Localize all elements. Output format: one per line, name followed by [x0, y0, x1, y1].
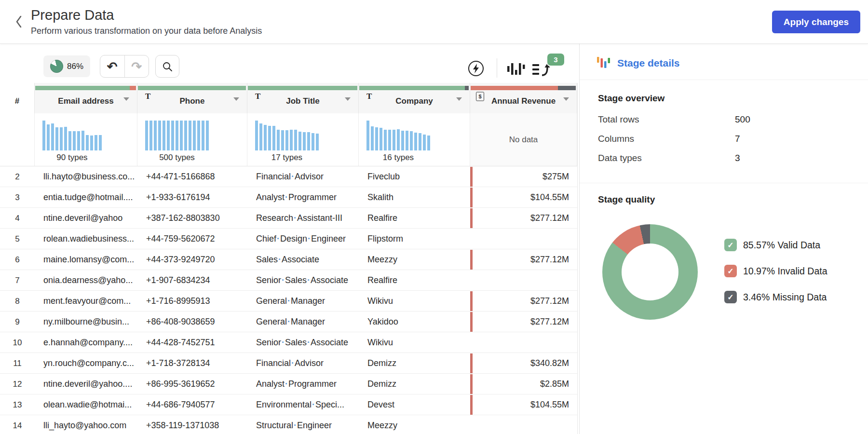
histogram-cell-company[interactable]: 16 types — [359, 113, 470, 166]
cell-company[interactable]: Meezzy — [359, 255, 470, 265]
cell-phone[interactable]: +44-428-7452751 — [137, 338, 247, 348]
cell-phone[interactable]: +44-373-9249720 — [137, 255, 247, 265]
cell-phone[interactable]: +1-933-6176194 — [137, 192, 247, 203]
table-row[interactable]: 12ntine.deveril@yahoo....+86-995-3619652… — [0, 374, 577, 394]
cell-job-title[interactable]: Research·Assistant-III — [247, 213, 359, 223]
cell-email[interactable]: ment.feavyour@com... — [35, 296, 137, 306]
table-row[interactable]: 7onia.dearness@yaho...+1-907-6834234Seni… — [0, 270, 577, 291]
cell-job-title[interactable]: Analyst·Programmer — [247, 379, 359, 389]
cell-email[interactable]: ny.milbourne@busin... — [35, 317, 137, 327]
cell-email[interactable]: onia.dearness@yaho... — [35, 275, 137, 285]
cell-job-title[interactable]: Structural·Engineer — [247, 420, 359, 431]
cell-phone[interactable]: +44-471-5166868 — [137, 172, 247, 182]
cell-phone[interactable]: +44-686-7940577 — [137, 400, 247, 410]
checkbox-checked-icon[interactable]: ✓ — [724, 239, 737, 251]
cell-company[interactable]: Yakidoo — [359, 317, 470, 327]
cell-job-title[interactable]: General·Manager — [247, 317, 359, 327]
cell-company[interactable]: Wikivu — [359, 338, 470, 348]
data-quality-badge[interactable]: 86% — [43, 55, 90, 77]
cell-company[interactable]: Demizz — [359, 379, 470, 389]
cell-annual-revenue[interactable]: $340.82M — [470, 353, 577, 374]
cell-company[interactable]: Wikivu — [359, 296, 470, 306]
cell-phone[interactable]: +44-759-5620672 — [137, 234, 247, 244]
back-button[interactable] — [12, 14, 26, 30]
cell-company[interactable]: Demizz — [359, 358, 470, 368]
redo-button[interactable]: ↷ — [125, 55, 149, 77]
table-row[interactable]: 8ment.feavyour@com...+1-716-8995913Gener… — [0, 291, 577, 312]
histogram-cell-phone[interactable]: 500 types — [137, 113, 247, 166]
cell-phone[interactable]: +1-716-8995913 — [137, 296, 247, 306]
cell-company[interactable]: Meezzy — [359, 420, 470, 431]
cell-email[interactable]: lli.hayto@business.co... — [35, 172, 137, 182]
table-row[interactable]: 6maine.lomansy@com...+44-373-9249720Sale… — [0, 249, 577, 270]
chevron-down-icon[interactable] — [233, 97, 239, 101]
table-row[interactable]: 11yn.rouch@company.c...+1-718-3728134Fin… — [0, 353, 577, 374]
cell-annual-revenue[interactable]: $277.12M — [470, 291, 577, 312]
cell-email[interactable]: rolean.wadiebusiness... — [35, 234, 137, 244]
cell-phone[interactable]: +86-995-3619652 — [137, 379, 247, 389]
cell-company[interactable]: Fiveclub — [359, 172, 470, 182]
histogram-cell-annual-revenue[interactable]: No data — [470, 113, 577, 166]
cell-phone[interactable]: +86-408-9038659 — [137, 317, 247, 327]
cell-job-title[interactable]: Senior·Sales·Associate — [247, 275, 359, 285]
cell-phone[interactable]: +358-119-1371038 — [137, 420, 247, 431]
cell-job-title[interactable]: Environmental·Speci... — [247, 400, 359, 410]
cell-email[interactable]: maine.lomansy@com... — [35, 255, 137, 265]
column-stats-button[interactable] — [507, 63, 526, 75]
cell-phone[interactable]: +1-718-3728134 — [137, 358, 247, 368]
column-header-phone[interactable]: T Phone — [137, 83, 247, 113]
cell-annual-revenue[interactable] — [470, 229, 577, 249]
cell-email[interactable]: entia.tudge@hotmail.... — [35, 192, 137, 203]
cell-annual-revenue[interactable]: $277.12M — [470, 249, 577, 270]
chevron-down-icon[interactable] — [345, 97, 351, 101]
chevron-down-icon[interactable] — [123, 97, 129, 101]
cell-job-title[interactable]: Financial·Advisor — [247, 172, 359, 182]
column-header-email[interactable]: Email address — [35, 83, 137, 113]
cell-email[interactable]: lli_hayto@yahoo.com — [35, 420, 137, 431]
undo-button[interactable]: ↶ — [100, 55, 125, 77]
cell-company[interactable]: Devest — [359, 400, 470, 410]
steps-count-badge[interactable]: 3 — [547, 54, 564, 66]
cell-annual-revenue[interactable]: $104.55M — [470, 187, 577, 208]
cell-job-title[interactable]: Senior·Sales·Associate — [247, 338, 359, 348]
cell-annual-revenue[interactable]: $275M — [470, 166, 577, 187]
applied-steps-button[interactable] — [532, 63, 551, 77]
chevron-down-icon[interactable] — [563, 97, 569, 101]
table-row[interactable]: 2lli.hayto@business.co...+44-471-5166868… — [0, 166, 577, 187]
table-row[interactable]: 14lli_hayto@yahoo.com+358-119-1371038Str… — [0, 415, 577, 434]
stage-details-header[interactable]: Stage details — [597, 56, 680, 69]
cell-company[interactable]: Skalith — [359, 192, 470, 203]
suggestions-button[interactable] — [467, 60, 485, 77]
cell-email[interactable]: e.hannah@company.... — [35, 338, 137, 348]
table-row[interactable]: 10e.hannah@company....+44-428-7452751Sen… — [0, 332, 577, 353]
cell-job-title[interactable]: Chief·Design·Engineer — [247, 234, 359, 244]
cell-job-title[interactable]: General·Manager — [247, 296, 359, 306]
column-header-annual-revenue[interactable]: $ Annual Revenue — [470, 83, 577, 113]
cell-company[interactable]: Realfire — [359, 275, 470, 285]
cell-annual-revenue[interactable]: $277.12M — [470, 208, 577, 229]
table-row[interactable]: 5rolean.wadiebusiness...+44-759-5620672C… — [0, 229, 577, 249]
cell-job-title[interactable]: Analyst·Programmer — [247, 192, 359, 203]
histogram-cell-email[interactable]: 90 types — [35, 113, 137, 166]
cell-job-title[interactable]: Sales·Associate — [247, 255, 359, 265]
cell-email[interactable]: yn.rouch@company.c... — [35, 358, 137, 368]
cell-phone[interactable]: +387-162-8803830 — [137, 213, 247, 223]
table-row[interactable]: 9ny.milbourne@busin...+86-408-9038659Gen… — [0, 312, 577, 332]
cell-annual-revenue[interactable]: $277.12M — [470, 312, 577, 332]
apply-changes-button[interactable]: Apply changes — [772, 11, 860, 33]
cell-phone[interactable]: +1-907-6834234 — [137, 275, 247, 285]
chevron-down-icon[interactable] — [456, 97, 462, 101]
checkbox-checked-icon[interactable]: ✓ — [724, 291, 737, 303]
cell-company[interactable]: Realfire — [359, 213, 470, 223]
cell-annual-revenue[interactable]: $104.55M — [470, 394, 577, 415]
cell-company[interactable]: Flipstorm — [359, 234, 470, 244]
table-row[interactable]: 4ntine.deveril@yahoo+387-162-8803830Rese… — [0, 208, 577, 229]
cell-annual-revenue[interactable] — [470, 332, 577, 353]
cell-email[interactable]: olean.wadie@hotmai... — [35, 400, 137, 410]
cell-email[interactable]: ntine.deveril@yahoo.... — [35, 379, 137, 389]
search-button[interactable] — [155, 55, 179, 78]
cell-annual-revenue[interactable] — [470, 415, 577, 434]
histogram-cell-job-title[interactable]: 17 types — [247, 113, 359, 166]
table-row[interactable]: 13olean.wadie@hotmai...+44-686-7940577En… — [0, 394, 577, 415]
column-header-job-title[interactable]: T Job Title — [247, 83, 359, 113]
